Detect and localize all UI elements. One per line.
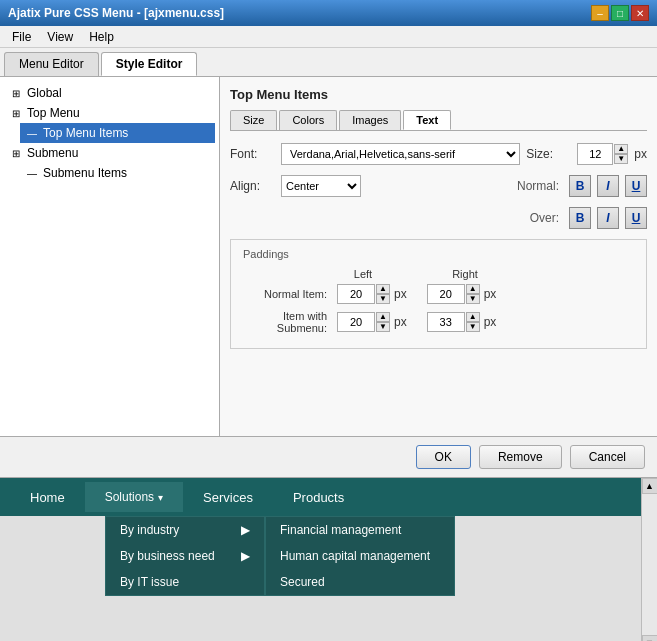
window-controls: – □ ✕	[591, 5, 649, 21]
size-spinner: ▲ ▼	[577, 143, 628, 165]
menu-item-services[interactable]: Services	[183, 482, 273, 513]
submenu-item-by-business[interactable]: By business need ▶	[106, 543, 264, 569]
submenu-right-arrows: ▲ ▼	[466, 312, 480, 332]
font-label: Font:	[230, 147, 275, 161]
submenu-item-by-it[interactable]: By IT issue	[106, 569, 264, 595]
inner-tab-size[interactable]: Size	[230, 110, 277, 130]
normal-right-input[interactable]	[427, 284, 465, 304]
maximize-button[interactable]: □	[611, 5, 629, 21]
paddings-title: Paddings	[243, 248, 634, 260]
scrollbar: ▲ ▼	[641, 478, 657, 641]
normal-right-down[interactable]: ▼	[466, 294, 480, 304]
panel-title: Top Menu Items	[230, 87, 647, 102]
minimize-button[interactable]: –	[591, 5, 609, 21]
cancel-button[interactable]: Cancel	[570, 445, 645, 469]
normal-italic-button[interactable]: I	[597, 175, 619, 197]
submenu-left-up[interactable]: ▲	[376, 312, 390, 322]
bottom-bar: OK Remove Cancel	[0, 437, 657, 478]
normal-left-spinner: ▲ ▼	[337, 284, 390, 304]
tree-panel: ⊞ Global ⊞ Top Menu — Top Menu Items ⊞ S…	[0, 77, 220, 436]
titlebar: Ajatix Pure CSS Menu - [ajxmenu.css] – □…	[0, 0, 657, 26]
submenu-left-arrows: ▲ ▼	[376, 312, 390, 332]
content-panel: Top Menu Items Size Colors Images Text F…	[220, 77, 657, 436]
remove-button[interactable]: Remove	[479, 445, 562, 469]
normal-right-px: px	[484, 287, 497, 301]
over-bold-button[interactable]: B	[569, 207, 591, 229]
menu-file[interactable]: File	[4, 28, 39, 46]
normal-left-arrows: ▲ ▼	[376, 284, 390, 304]
menu-item-home[interactable]: Home	[10, 482, 85, 513]
normal-bold-button[interactable]: B	[569, 175, 591, 197]
submenu-right-px: px	[484, 315, 497, 329]
over-row: Over: B I U	[230, 207, 647, 229]
submenu-right-input[interactable]	[427, 312, 465, 332]
window-title: Ajatix Pure CSS Menu - [ajxmenu.css]	[8, 6, 224, 20]
tree-icon-submenu: ⊞	[8, 145, 24, 161]
over-label: Over:	[530, 211, 559, 225]
submenu-right-spinner: ▲ ▼	[427, 312, 480, 332]
align-row: Align: Left Center Right Normal: B I U	[230, 175, 647, 197]
size-px: px	[634, 147, 647, 161]
size-down-arrow[interactable]: ▼	[614, 154, 628, 164]
submenu-item-label: Item with Submenu:	[243, 310, 333, 334]
tree-item-global[interactable]: ⊞ Global	[4, 83, 215, 103]
submenu-left-down[interactable]: ▼	[376, 322, 390, 332]
tab-menu-editor[interactable]: Menu Editor	[4, 52, 99, 76]
top-tabs: Menu Editor Style Editor	[0, 48, 657, 77]
font-select[interactable]: Verdana,Arial,Helvetica,sans-serif	[281, 143, 520, 165]
normal-left-down[interactable]: ▼	[376, 294, 390, 304]
col-left: Left	[333, 268, 393, 280]
tree-item-submenu-items[interactable]: — Submenu Items	[20, 163, 215, 183]
inner-tabs: Size Colors Images Text	[230, 110, 647, 131]
normal-item-row: Normal Item: ▲ ▼ px ▲ ▼ px	[243, 284, 634, 304]
submenu-item-secured[interactable]: Secured	[266, 569, 454, 595]
over-underline-button[interactable]: U	[625, 207, 647, 229]
scroll-up-button[interactable]: ▲	[642, 478, 658, 494]
tree-icon-submenu-items: —	[24, 165, 40, 181]
menu-item-products[interactable]: Products	[273, 482, 364, 513]
ok-button[interactable]: OK	[416, 445, 471, 469]
submenu-left-input[interactable]	[337, 312, 375, 332]
inner-tab-images[interactable]: Images	[339, 110, 401, 130]
paddings-group: Paddings Left Right Normal Item: ▲ ▼ px	[230, 239, 647, 349]
size-up-arrow[interactable]: ▲	[614, 144, 628, 154]
submenu-left-px: px	[394, 315, 407, 329]
scroll-down-button[interactable]: ▼	[642, 635, 658, 641]
normal-right-spinner: ▲ ▼	[427, 284, 480, 304]
col-right: Right	[435, 268, 495, 280]
tree-icon-global: ⊞	[8, 85, 24, 101]
submenu-col-1: By industry ▶ By business need ▶ By IT i…	[105, 516, 265, 596]
tree-item-top-menu-items[interactable]: — Top Menu Items	[20, 123, 215, 143]
submenu-col-2: Financial management Human capital manag…	[265, 516, 455, 596]
normal-underline-button[interactable]: U	[625, 175, 647, 197]
paddings-header: Left Right	[333, 268, 634, 280]
menu-view[interactable]: View	[39, 28, 81, 46]
submenu-item-by-industry[interactable]: By industry ▶	[106, 517, 264, 543]
normal-item-label: Normal Item:	[243, 288, 333, 300]
preview-area: Home Solutions ▾ Services Products By in…	[0, 478, 657, 641]
over-italic-button[interactable]: I	[597, 207, 619, 229]
tree-icon-top-menu: ⊞	[8, 105, 24, 121]
submenu-right-up[interactable]: ▲	[466, 312, 480, 322]
tree-item-submenu[interactable]: ⊞ Submenu	[4, 143, 215, 163]
submenu-item-financial[interactable]: Financial management	[266, 517, 454, 543]
menu-preview: Home Solutions ▾ Services Products	[0, 478, 657, 516]
normal-left-input[interactable]	[337, 284, 375, 304]
normal-right-up[interactable]: ▲	[466, 284, 480, 294]
close-button[interactable]: ✕	[631, 5, 649, 21]
tree-item-top-menu[interactable]: ⊞ Top Menu	[4, 103, 215, 123]
normal-left-up[interactable]: ▲	[376, 284, 390, 294]
menu-help[interactable]: Help	[81, 28, 122, 46]
submenu-right-down[interactable]: ▼	[466, 322, 480, 332]
align-select[interactable]: Left Center Right	[281, 175, 361, 197]
tab-style-editor[interactable]: Style Editor	[101, 52, 198, 76]
menubar: File View Help	[0, 26, 657, 48]
size-label: Size:	[526, 147, 571, 161]
submenu-item-row: Item with Submenu: ▲ ▼ px ▲ ▼ px	[243, 310, 634, 334]
inner-tab-text[interactable]: Text	[403, 110, 451, 130]
menu-item-solutions[interactable]: Solutions ▾	[85, 482, 183, 512]
normal-label: Normal:	[517, 179, 559, 193]
size-input[interactable]	[577, 143, 613, 165]
submenu-item-human[interactable]: Human capital management	[266, 543, 454, 569]
inner-tab-colors[interactable]: Colors	[279, 110, 337, 130]
